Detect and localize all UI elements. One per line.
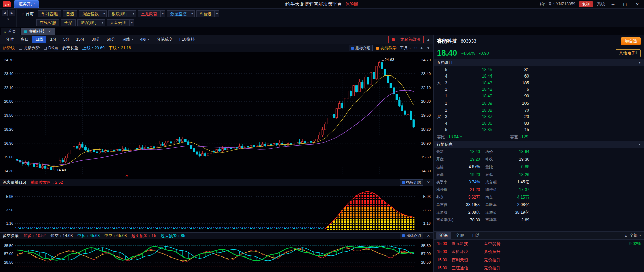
upline-value: 上线：20.69 xyxy=(82,45,105,51)
news-tab-沪深[interactable]: 沪深 xyxy=(436,232,451,239)
tab-close-icon[interactable]: ✕ xyxy=(48,30,51,33)
tutorial-button[interactable]: 功能教学 xyxy=(376,45,397,51)
nav-home-button[interactable]: ⌂ 首页 xyxy=(19,10,36,19)
nav-button-全景[interactable]: 全景 xyxy=(61,19,76,26)
period-button-周线[interactable]: 周线▼ xyxy=(119,36,136,43)
dropdown-arrow-icon[interactable]: ▼ xyxy=(190,10,195,17)
nav-button-板块排行[interactable]: 板块排行▼ xyxy=(108,10,136,17)
nav-button-label: 自选 xyxy=(63,10,77,17)
industry-button[interactable]: 其他电子Ⅱ xyxy=(616,49,641,57)
nav-button-学习园地[interactable]: 学习园地 xyxy=(38,10,61,17)
nav-button-自选[interactable]: 自选 xyxy=(63,10,77,17)
order-book-row[interactable]: 买318.3720 xyxy=(434,114,532,120)
close-icon[interactable]: ✕ xyxy=(633,2,641,7)
news-tab-个股[interactable]: 个股 xyxy=(452,232,467,239)
info-value: 2.08亿 xyxy=(468,210,480,215)
order-book-row[interactable]: 218.426 xyxy=(434,86,532,93)
period-button-60分[interactable]: 60分 xyxy=(104,36,118,43)
quote-info-header[interactable]: 行情信息 ▼ xyxy=(434,141,644,148)
trend-line-label[interactable]: 趋势线 xyxy=(3,45,15,51)
order-book-row[interactable]: 118.39105 xyxy=(434,100,532,107)
nav-history-dropdown-icon[interactable]: ▼ xyxy=(7,18,10,21)
minimize-icon[interactable]: ─ xyxy=(609,2,617,7)
chevron-down-icon[interactable]: ▼ xyxy=(427,46,430,50)
dropdown-arrow-icon[interactable]: ▼ xyxy=(100,19,105,26)
dropdown-arrow-icon[interactable]: ▼ xyxy=(131,10,136,17)
news-row[interactable]: 15:00三旺通信竞价拉升 xyxy=(434,264,644,272)
weibi-value: -18.04% xyxy=(447,134,462,139)
open-account-button[interactable]: 证券开户 xyxy=(14,0,39,8)
nav-button-三龙聚首[interactable]: 三龙聚首▼ xyxy=(138,10,165,17)
nav-button-数据监控[interactable]: 数据监控▼ xyxy=(167,10,195,17)
nav-button-label: 三龙聚首 xyxy=(138,10,161,17)
nav-button-在线客服[interactable]: 在线客服 xyxy=(36,19,59,26)
chart-area: 分时多日日线1分5分15分30分60分周线▼4图▼分笔成交F10资料 三龙聚首战… xyxy=(0,35,434,272)
panel-collapse-icon[interactable]: ▲ xyxy=(427,38,430,41)
period-button-多日[interactable]: 多日 xyxy=(18,36,32,43)
tab-stock[interactable]: ▦ 睿能科技 ✕ xyxy=(21,28,55,35)
news-time: 15:00 xyxy=(437,266,452,270)
order-book-header[interactable]: 五档盘口 ▼ xyxy=(434,59,644,66)
trend-changying-label[interactable]: 趋势长盈 xyxy=(62,45,78,51)
news-row[interactable]: 15:00百利天恒竞价拉升 xyxy=(434,256,644,264)
order-book-row[interactable]: 518.4581 xyxy=(434,66,532,73)
order-book-row[interactable]: 118.4090 xyxy=(434,93,532,99)
nav-button-综合指数[interactable]: 综合指数▼ xyxy=(79,10,107,17)
long-short-svg xyxy=(0,239,433,272)
volume-energy-chart[interactable]: 5.965.963.563.561.161.16 xyxy=(0,186,433,233)
period-button-4图[interactable]: 4图▼ xyxy=(137,36,153,43)
order-book-row[interactable]: 518.3515 xyxy=(434,127,532,133)
nav-back-button[interactable]: ◀ xyxy=(2,10,8,16)
maximize-icon[interactable]: ▢ xyxy=(621,2,629,7)
collapse-up-icon[interactable]: ▲ xyxy=(624,234,628,237)
indicator-intro-button[interactable]: 指标介绍 xyxy=(400,233,423,239)
news-tab-自选[interactable]: 自选 xyxy=(469,232,483,239)
news-row[interactable]: 15:00嘉元科技盘中弱势-9.02% xyxy=(434,240,644,248)
nav-forward-button[interactable]: ▶ xyxy=(9,10,15,16)
nav-button-AI智选[interactable]: AI智选▼ xyxy=(196,10,219,17)
order-book-row[interactable]: 卖318.43185 xyxy=(434,80,532,86)
period-button-5分[interactable]: 5分 xyxy=(60,36,73,43)
nav-button-沪深排行[interactable]: 沪深排行▼ xyxy=(77,19,105,26)
period-button-30分[interactable]: 30分 xyxy=(89,36,103,43)
candlestick-chart[interactable]: 24.7024.7023.4023.4022.1022.1020.8020.80… xyxy=(0,52,433,179)
close-pane-icon[interactable]: ✕ xyxy=(427,234,430,238)
period-button-日线[interactable]: 日线 xyxy=(32,36,46,43)
dropdown-arrow-icon[interactable]: ▼ xyxy=(215,10,219,17)
order-book-row[interactable]: 418.3683 xyxy=(434,120,532,127)
copy-button[interactable]: 复制 xyxy=(579,1,593,7)
news-row[interactable]: 15:00金科环境竞价拉升 xyxy=(434,248,644,256)
period-button-分笔成交[interactable]: 分笔成交 xyxy=(154,36,176,43)
expand-icon[interactable]: ⛶ xyxy=(415,46,417,50)
y-axis-label: 22.10 xyxy=(1,85,13,90)
period-button-1分[interactable]: 1分 xyxy=(47,36,60,43)
checkbox-dk[interactable]: DK点 xyxy=(44,45,58,51)
nav-button-大盘云图[interactable]: 大盘云图▼ xyxy=(107,19,134,26)
add-watchlist-button[interactable]: 加自选 xyxy=(621,37,641,45)
long-short-chart[interactable]: 85.5085.5057.0057.0028.5028.50 xyxy=(0,239,433,272)
y-axis-label: 20.80 xyxy=(421,99,431,104)
system-menu[interactable]: 系统 xyxy=(597,1,605,7)
info-value: 3.74% xyxy=(469,180,480,184)
info-label: 成交额 xyxy=(485,180,497,185)
period-button-15分[interactable]: 15分 xyxy=(73,36,88,43)
indicator-intro-button[interactable]: 指标介绍 xyxy=(400,179,423,186)
close-pane-icon[interactable]: ✕ xyxy=(427,180,430,185)
strategy-button[interactable]: 三龙聚首战法 xyxy=(388,36,424,43)
dropdown-arrow-icon[interactable]: ▼ xyxy=(161,10,165,17)
dropdown-arrow-icon[interactable]: ▼ xyxy=(102,10,107,17)
quote-info-title: 行情信息 xyxy=(437,142,453,147)
tab-home[interactable]: ⌂ 首页 xyxy=(1,28,20,35)
period-button-分时[interactable]: 分时 xyxy=(3,36,17,43)
period-button-F10资料[interactable]: F10资料 xyxy=(176,36,198,43)
dropdown-arrow-icon[interactable]: ▼ xyxy=(130,19,134,26)
y-axis-label: 15.60 xyxy=(1,155,13,159)
order-book-row[interactable]: 418.4460 xyxy=(434,73,532,80)
indicator-intro-button[interactable]: 指标介绍 xyxy=(349,45,373,51)
tools-dropdown[interactable]: 工具 ▼ xyxy=(400,45,411,51)
order-book-row[interactable]: 218.3870 xyxy=(434,107,532,114)
news-filter-dropdown[interactable]: 全部 ▼ xyxy=(630,233,641,238)
news-time: 15:00 xyxy=(437,249,452,254)
checkbox-longlin[interactable]: 龙鳞判势 xyxy=(19,45,40,51)
add-icon[interactable]: ✚ xyxy=(420,46,423,50)
